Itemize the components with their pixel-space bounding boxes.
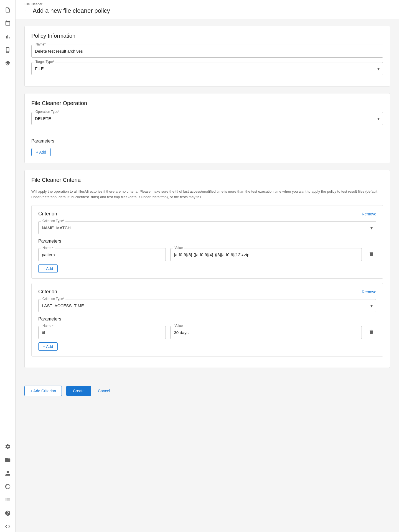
calendar-icon[interactable] xyxy=(2,18,13,29)
criterion-1-type-wrapper: Criterion Type* NAME_MATCH LAST_ACCESS_T… xyxy=(38,221,376,234)
help-icon[interactable] xyxy=(2,508,13,519)
parameters-main-title: Parameters xyxy=(31,139,383,144)
file-cleaner-operation-section: File Cleaner Operation Operation Type* D… xyxy=(24,93,390,163)
name-field-wrapper: Name* xyxy=(31,45,383,58)
criterion-2-parameters-title: Parameters xyxy=(38,317,376,322)
criterion-1-param-name-input[interactable] xyxy=(39,248,166,261)
cancel-button[interactable]: Cancel xyxy=(96,386,112,396)
activity-icon[interactable] xyxy=(2,481,13,492)
person-icon[interactable] xyxy=(2,468,13,479)
criterion-2-type-wrapper: Criterion Type* NAME_MATCH LAST_ACCESS_T… xyxy=(38,299,376,312)
mobile-icon[interactable] xyxy=(2,44,13,55)
criterion-2-param-delete-icon[interactable] xyxy=(366,327,376,338)
criteria-info-text: Will apply the operation to all files/di… xyxy=(31,189,383,200)
criterion-2-param-value-label: Value xyxy=(173,324,184,328)
criterion-2-type-label: Criterion Type* xyxy=(41,297,65,301)
target-type-label: Target Type* xyxy=(34,60,55,64)
criterion-1-param-row-1: Name * Value xyxy=(38,248,376,261)
operation-type-select[interactable]: DELETE ARCHIVE xyxy=(32,112,383,125)
name-label: Name* xyxy=(34,42,47,46)
policy-information-section: Policy Information Name* Target Type* FI… xyxy=(24,26,390,86)
criterion-2-param-row-1: Name * Value xyxy=(38,326,376,339)
operation-type-field-wrapper: Operation Type* DELETE ARCHIVE ▾ xyxy=(31,112,383,125)
criterion-2-add-param-button[interactable]: + Add xyxy=(38,342,58,351)
target-type-field-wrapper: Target Type* FILE DIRECTORY ▾ xyxy=(31,62,383,75)
criterion-1-param-name-label: Name * xyxy=(41,246,55,250)
criterion-card-2: Criterion Remove Criterion Type* NAME_MA… xyxy=(31,283,383,357)
settings-icon[interactable] xyxy=(2,441,13,452)
create-button[interactable]: Create xyxy=(66,386,91,396)
criterion-1-param-value-label: Value xyxy=(173,246,184,250)
criterion-2-param-value-input[interactable] xyxy=(171,326,362,339)
operation-type-label: Operation Type* xyxy=(34,110,61,114)
breadcrumb: File Cleaner xyxy=(24,2,390,6)
criterion-2-param-name-input[interactable] xyxy=(39,326,166,339)
folder-icon[interactable] xyxy=(2,454,13,465)
name-input[interactable] xyxy=(32,45,383,57)
criterion-2-param-name-label: Name * xyxy=(41,324,55,328)
page-title: Add a new file cleaner policy xyxy=(33,7,110,14)
criterion-1-title: Criterion xyxy=(38,211,57,217)
criterion-header-1: Criterion Remove xyxy=(38,211,376,217)
target-type-select[interactable]: FILE DIRECTORY xyxy=(32,62,383,75)
layers-icon[interactable] xyxy=(2,58,13,69)
list-icon[interactable] xyxy=(2,494,13,505)
criterion-2-param-name-wrapper: Name * xyxy=(38,326,166,339)
criterion-1-param-delete-icon[interactable] xyxy=(366,249,376,260)
criterion-card-1: Criterion Remove Criterion Type* NAME_MA… xyxy=(31,205,383,279)
main-content: File Cleaner ← Add a new file cleaner po… xyxy=(16,0,399,532)
criterion-1-param-value-input[interactable] xyxy=(171,248,362,261)
add-criterion-button[interactable]: + Add Criterion xyxy=(24,386,62,396)
criterion-header-2: Criterion Remove xyxy=(38,289,376,295)
divider-1 xyxy=(31,132,383,132)
criterion-1-type-label: Criterion Type* xyxy=(41,219,65,223)
file-cleaner-criteria-section: File Cleaner Criteria Will apply the ope… xyxy=(24,170,390,368)
criterion-2-param-value-wrapper: Value xyxy=(170,326,362,339)
policy-information-title: Policy Information xyxy=(31,33,383,39)
breadcrumb-area: File Cleaner ← Add a new file cleaner po… xyxy=(16,0,399,19)
criterion-2-title: Criterion xyxy=(38,289,57,295)
code-icon[interactable] xyxy=(2,521,13,532)
criterion-1-add-param-button[interactable]: + Add xyxy=(38,264,58,273)
criterion-1-param-value-wrapper: Value xyxy=(170,248,362,261)
back-button[interactable]: ← xyxy=(24,8,29,14)
criterion-1-type-select[interactable]: NAME_MATCH LAST_ACCESS_TIME LAST_MODIFIE… xyxy=(39,222,376,234)
file-cleaner-operation-title: File Cleaner Operation xyxy=(31,100,383,106)
document-icon[interactable] xyxy=(2,4,13,16)
chart-icon[interactable] xyxy=(2,31,13,42)
remove-criterion-1-button[interactable]: Remove xyxy=(362,212,376,216)
criterion-1-param-name-wrapper: Name * xyxy=(38,248,166,261)
criterion-1-parameters-title: Parameters xyxy=(38,239,376,244)
remove-criterion-2-button[interactable]: Remove xyxy=(362,290,376,294)
add-parameter-main-button[interactable]: + Add xyxy=(31,148,51,156)
criterion-2-type-select[interactable]: NAME_MATCH LAST_ACCESS_TIME LAST_MODIFIE… xyxy=(39,299,376,312)
file-cleaner-criteria-title: File Cleaner Criteria xyxy=(31,177,383,183)
footer-section: + Add Criterion Create Cancel xyxy=(16,381,399,405)
sidebar xyxy=(0,0,16,532)
